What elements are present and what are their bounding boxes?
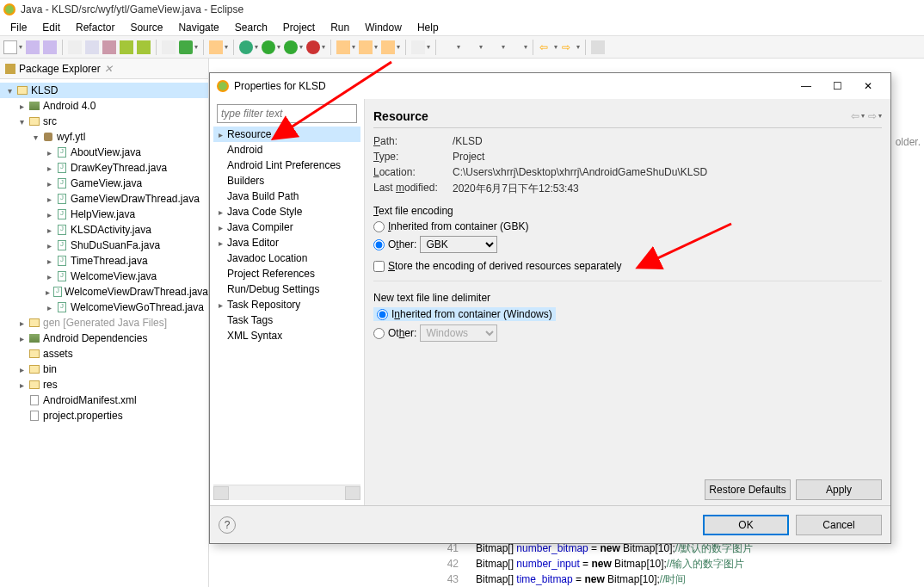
delimiter-inherited-label[interactable]: Inherited from container (Windows) bbox=[391, 308, 552, 320]
category-arrow-icon[interactable]: ▸ bbox=[213, 207, 227, 217]
tree-item[interactable]: ▸Android 4.0 bbox=[0, 98, 208, 114]
menu-project[interactable]: Project bbox=[276, 20, 322, 35]
category-item[interactable]: ▸Java Compiler bbox=[213, 219, 360, 235]
pin-icon[interactable] bbox=[591, 40, 605, 54]
tree-item[interactable]: ▾wyf.ytl bbox=[0, 129, 208, 145]
back-icon[interactable]: ⇦ bbox=[539, 40, 552, 54]
toggle-icon[interactable] bbox=[441, 40, 455, 54]
tree-item[interactable]: ▸AboutView.java bbox=[0, 145, 208, 160]
wand-icon[interactable] bbox=[68, 40, 82, 54]
menu-search[interactable]: Search bbox=[228, 20, 274, 35]
menu-run[interactable]: Run bbox=[323, 20, 356, 35]
save-icon[interactable] bbox=[26, 40, 40, 54]
search-icon[interactable] bbox=[411, 40, 425, 54]
tree-arrow-icon[interactable]: ▸ bbox=[43, 195, 55, 204]
tree-arrow-icon[interactable]: ▸ bbox=[43, 179, 55, 188]
scroll-left-icon[interactable] bbox=[213, 486, 229, 500]
tree-item[interactable]: ▸HelpView.java bbox=[0, 207, 208, 222]
new-class-icon[interactable] bbox=[359, 40, 373, 54]
open-type-icon[interactable] bbox=[85, 40, 99, 54]
android-sdk-icon[interactable] bbox=[120, 40, 133, 54]
category-hscroll[interactable] bbox=[213, 485, 360, 500]
category-item[interactable]: Builders bbox=[213, 173, 360, 188]
menu-navigate[interactable]: Navigate bbox=[171, 20, 225, 35]
tree-arrow-icon[interactable]: ▾ bbox=[3, 86, 15, 96]
tree-item[interactable]: ▸WelcomeViewGoThread.java bbox=[0, 300, 208, 315]
cancel-button[interactable]: Cancel bbox=[796, 515, 882, 535]
delimiter-other-label[interactable]: Other: bbox=[388, 327, 416, 339]
tree-arrow-icon[interactable]: ▸ bbox=[15, 102, 28, 111]
category-item[interactable]: ▸Task Repository bbox=[213, 297, 360, 312]
tree-item[interactable]: ▸WelcomeViewDrawThread.java bbox=[0, 284, 208, 300]
tree-item[interactable]: ▸WelcomeView.java bbox=[0, 269, 208, 284]
menu-source[interactable]: Source bbox=[123, 20, 169, 35]
category-item[interactable]: Run/Debug Settings bbox=[213, 281, 360, 297]
help-icon[interactable]: ? bbox=[219, 516, 236, 534]
ok-button[interactable]: OK bbox=[703, 515, 789, 535]
tree-arrow-icon[interactable]: ▾ bbox=[29, 133, 41, 142]
tree-arrow-icon[interactable]: ▾ bbox=[15, 117, 28, 127]
category-item[interactable]: ▸Java Code Style bbox=[213, 204, 360, 219]
category-item[interactable]: Task Tags bbox=[213, 312, 360, 328]
tree-arrow-icon[interactable]: ▸ bbox=[43, 287, 52, 297]
filter-input[interactable] bbox=[217, 104, 357, 123]
package-tree[interactable]: ▾KLSD▸Android 4.0▾src▾wyf.ytl▸AboutView.… bbox=[0, 79, 208, 587]
tree-arrow-icon[interactable]: ▸ bbox=[43, 241, 55, 250]
tree-arrow-icon[interactable]: ▸ bbox=[43, 164, 55, 173]
store-encoding-label[interactable]: Store the encoding of derived resources … bbox=[388, 260, 622, 272]
encoding-other-label[interactable]: Other: bbox=[388, 238, 416, 250]
menu-refactor[interactable]: Refactor bbox=[69, 20, 121, 35]
category-arrow-icon[interactable]: ▸ bbox=[213, 238, 227, 248]
external-tools-icon[interactable] bbox=[306, 40, 320, 54]
view-close-icon[interactable]: ✕ bbox=[104, 63, 113, 75]
tree-item[interactable]: ▾KLSD bbox=[0, 83, 208, 98]
encoding-inherited-label[interactable]: Inherited from container (GBK) bbox=[388, 220, 528, 232]
close-button[interactable]: ✕ bbox=[853, 74, 884, 98]
category-item[interactable]: XML Syntax bbox=[213, 328, 360, 343]
menu-window[interactable]: Window bbox=[358, 20, 409, 35]
tree-item[interactable]: ▾src bbox=[0, 114, 208, 129]
restore-defaults-button[interactable]: Restore Defaults bbox=[705, 479, 791, 500]
category-item[interactable]: Project References bbox=[213, 266, 360, 281]
delimiter-inherited-radio[interactable] bbox=[377, 309, 388, 320]
apply-button[interactable]: Apply bbox=[796, 479, 882, 500]
annotation-icon[interactable] bbox=[464, 40, 477, 54]
scroll-right-icon[interactable] bbox=[345, 486, 360, 500]
new-project-icon[interactable] bbox=[209, 40, 223, 54]
android-avd-icon[interactable] bbox=[137, 40, 151, 54]
tree-arrow-icon[interactable]: ▸ bbox=[15, 380, 28, 390]
tree-arrow-icon[interactable]: ▸ bbox=[15, 334, 28, 343]
saveall-icon[interactable] bbox=[43, 40, 57, 54]
tree-arrow-icon[interactable]: ▸ bbox=[43, 303, 55, 312]
tree-arrow-icon[interactable]: ▸ bbox=[43, 256, 55, 266]
next-annotation-icon[interactable] bbox=[486, 40, 500, 54]
category-arrow-icon[interactable]: ▸ bbox=[213, 300, 227, 310]
tree-arrow-icon[interactable]: ▸ bbox=[43, 148, 55, 158]
category-item[interactable]: Android bbox=[213, 142, 360, 158]
check-icon[interactable] bbox=[179, 40, 193, 54]
category-arrow-icon[interactable]: ▸ bbox=[213, 223, 227, 232]
tree-arrow-icon[interactable]: ▸ bbox=[15, 365, 28, 374]
tree-item[interactable]: ▸TimeThread.java bbox=[0, 253, 208, 269]
tree-item[interactable]: ▸GameViewDrawThread.java bbox=[0, 191, 208, 207]
run-last-icon[interactable] bbox=[284, 40, 298, 54]
tree-item[interactable]: ▸ShuDuSuanFa.java bbox=[0, 238, 208, 253]
category-item[interactable]: Android Lint Preferences bbox=[213, 158, 360, 173]
category-item[interactable]: Javadoc Location bbox=[213, 250, 360, 266]
tree-item[interactable]: ▸Android Dependencies bbox=[0, 331, 208, 346]
tree-item[interactable]: AndroidManifest.xml bbox=[0, 392, 208, 408]
prev-annotation-icon[interactable] bbox=[508, 40, 522, 54]
new-folder-icon[interactable] bbox=[381, 40, 395, 54]
tree-item[interactable]: assets bbox=[0, 346, 208, 361]
menu-file[interactable]: File bbox=[3, 20, 34, 35]
menu-help[interactable]: Help bbox=[410, 20, 446, 35]
encoding-inherited-radio[interactable] bbox=[373, 221, 385, 232]
tree-item[interactable]: ▸DrawKeyThread.java bbox=[0, 160, 208, 176]
run-icon[interactable] bbox=[262, 40, 275, 54]
tree-item[interactable]: ▸res bbox=[0, 377, 208, 392]
encoding-other-radio[interactable] bbox=[373, 239, 385, 250]
tree-arrow-icon[interactable]: ▸ bbox=[43, 272, 55, 281]
tree-item[interactable]: ▸KLSDActivity.java bbox=[0, 222, 208, 238]
tree-arrow-icon[interactable]: ▸ bbox=[43, 210, 55, 219]
tree-item[interactable]: ▸GameView.java bbox=[0, 176, 208, 191]
